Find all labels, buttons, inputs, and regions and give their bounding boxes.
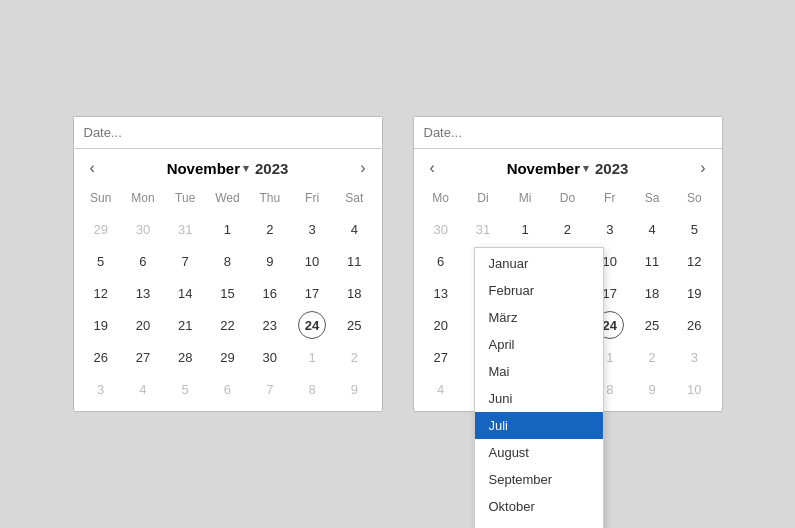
- header-di: Di: [462, 187, 504, 209]
- day-headers-right: Mo Di Mi Do Fr Sa So: [420, 187, 716, 213]
- day-cell[interactable]: 30: [129, 215, 157, 243]
- header-so: So: [673, 187, 715, 209]
- date-input-left[interactable]: [74, 117, 382, 149]
- calendar-right-header: ‹ November ▾ 2023 ›: [414, 149, 722, 187]
- day-cell[interactable]: 4: [129, 375, 157, 403]
- day-cell[interactable]: 27: [129, 343, 157, 371]
- header-mi: Mi: [504, 187, 546, 209]
- prev-month-btn-left[interactable]: ‹: [84, 157, 101, 179]
- day-cell[interactable]: 24: [298, 311, 326, 339]
- day-cell[interactable]: 2: [638, 343, 666, 371]
- day-cell[interactable]: 22: [213, 311, 241, 339]
- day-cell[interactable]: 21: [171, 311, 199, 339]
- month-selector-left[interactable]: November ▾: [167, 160, 249, 177]
- day-cell[interactable]: 1: [298, 343, 326, 371]
- day-cell[interactable]: 16: [256, 279, 284, 307]
- day-cell[interactable]: 25: [340, 311, 368, 339]
- day-cell[interactable]: 27: [427, 343, 455, 371]
- day-cell[interactable]: 3: [680, 343, 708, 371]
- day-cell[interactable]: 19: [87, 311, 115, 339]
- day-cell[interactable]: 30: [427, 215, 455, 243]
- calendar-left: ‹ November ▾ 2023 › Sun Mon Tue Wed Thu …: [73, 116, 383, 412]
- day-cell[interactable]: 17: [298, 279, 326, 307]
- day-cell[interactable]: 29: [213, 343, 241, 371]
- day-cell[interactable]: 2: [256, 215, 284, 243]
- header-tue: Tue: [164, 187, 206, 209]
- chevron-down-icon-left: ▾: [243, 162, 249, 175]
- day-cell[interactable]: 25: [638, 311, 666, 339]
- day-cell[interactable]: 1: [213, 215, 241, 243]
- day-cell[interactable]: 26: [87, 343, 115, 371]
- month-selector-right[interactable]: November ▾: [507, 160, 589, 177]
- calendar-left-grid: Sun Mon Tue Wed Thu Fri Sat 293031123456…: [74, 187, 382, 411]
- year-label-right: 2023: [595, 160, 628, 177]
- day-cell[interactable]: 20: [427, 311, 455, 339]
- day-cell[interactable]: 9: [638, 375, 666, 403]
- date-input-right[interactable]: [414, 117, 722, 149]
- header-thu: Thu: [249, 187, 291, 209]
- day-cell[interactable]: 13: [129, 279, 157, 307]
- header-fr: Fr: [589, 187, 631, 209]
- next-month-btn-right[interactable]: ›: [694, 157, 711, 179]
- month-label-left: November: [167, 160, 240, 177]
- day-headers-left: Sun Mon Tue Wed Thu Fri Sat: [80, 187, 376, 213]
- month-dropdown-item[interactable]: April: [475, 331, 603, 358]
- day-cell[interactable]: 11: [638, 247, 666, 275]
- day-cell[interactable]: 10: [680, 375, 708, 403]
- day-cell[interactable]: 7: [256, 375, 284, 403]
- day-cell[interactable]: 14: [171, 279, 199, 307]
- day-cell[interactable]: 20: [129, 311, 157, 339]
- day-cell[interactable]: 7: [171, 247, 199, 275]
- month-dropdown-item[interactable]: November: [475, 520, 603, 528]
- day-cell[interactable]: 6: [129, 247, 157, 275]
- day-cell[interactable]: 19: [680, 279, 708, 307]
- day-cell[interactable]: 2: [340, 343, 368, 371]
- day-cell[interactable]: 9: [256, 247, 284, 275]
- day-cell[interactable]: 29: [87, 215, 115, 243]
- month-dropdown: JanuarFebruarMärzAprilMaiJuniJuliAugustS…: [474, 247, 604, 528]
- day-cell[interactable]: 5: [171, 375, 199, 403]
- day-cell[interactable]: 6: [427, 247, 455, 275]
- day-cell[interactable]: 4: [427, 375, 455, 403]
- day-cell[interactable]: 30: [256, 343, 284, 371]
- month-dropdown-item[interactable]: Januar: [475, 250, 603, 277]
- day-cell[interactable]: 3: [596, 215, 624, 243]
- day-cell[interactable]: 10: [298, 247, 326, 275]
- month-dropdown-item[interactable]: September: [475, 466, 603, 493]
- day-cell[interactable]: 8: [213, 247, 241, 275]
- day-cell[interactable]: 11: [340, 247, 368, 275]
- day-cell[interactable]: 31: [469, 215, 497, 243]
- day-cell[interactable]: 18: [638, 279, 666, 307]
- prev-month-btn-right[interactable]: ‹: [424, 157, 441, 179]
- month-dropdown-item[interactable]: Mai: [475, 358, 603, 385]
- day-cell[interactable]: 8: [298, 375, 326, 403]
- month-dropdown-item[interactable]: August: [475, 439, 603, 466]
- day-cell[interactable]: 18: [340, 279, 368, 307]
- day-cell[interactable]: 5: [680, 215, 708, 243]
- day-cell[interactable]: 9: [340, 375, 368, 403]
- month-dropdown-item[interactable]: Oktober: [475, 493, 603, 520]
- day-cell[interactable]: 1: [511, 215, 539, 243]
- day-cell[interactable]: 28: [171, 343, 199, 371]
- day-cell[interactable]: 12: [87, 279, 115, 307]
- day-cell[interactable]: 2: [553, 215, 581, 243]
- day-cell[interactable]: 3: [87, 375, 115, 403]
- next-month-btn-left[interactable]: ›: [354, 157, 371, 179]
- day-cell[interactable]: 6: [213, 375, 241, 403]
- month-dropdown-item[interactable]: Februar: [475, 277, 603, 304]
- day-cell[interactable]: 23: [256, 311, 284, 339]
- header-sun: Sun: [80, 187, 122, 209]
- day-cell[interactable]: 13: [427, 279, 455, 307]
- month-dropdown-item[interactable]: Juli: [475, 412, 603, 439]
- day-cell[interactable]: 4: [638, 215, 666, 243]
- month-dropdown-item[interactable]: Juni: [475, 385, 603, 412]
- day-cell[interactable]: 31: [171, 215, 199, 243]
- day-cell[interactable]: 12: [680, 247, 708, 275]
- day-cell[interactable]: 26: [680, 311, 708, 339]
- day-cell[interactable]: 3: [298, 215, 326, 243]
- day-cell[interactable]: 5: [87, 247, 115, 275]
- month-dropdown-item[interactable]: März: [475, 304, 603, 331]
- day-cell[interactable]: 15: [213, 279, 241, 307]
- day-cell[interactable]: 4: [340, 215, 368, 243]
- calendar-right: ‹ November ▾ 2023 › Mo Di Mi Do Fr Sa So: [413, 116, 723, 412]
